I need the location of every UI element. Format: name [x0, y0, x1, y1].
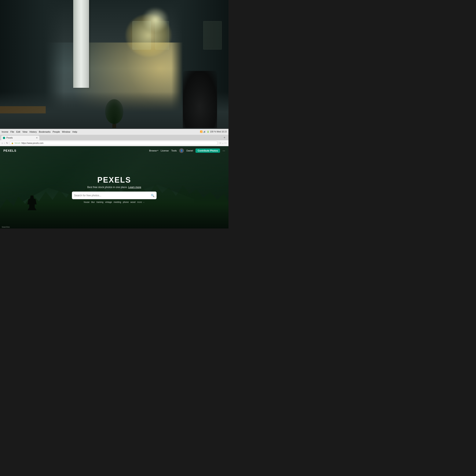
tag-training[interactable]: training: [97, 201, 103, 203]
menu-file[interactable]: File: [10, 131, 14, 133]
contribute-photos-button[interactable]: Contribute Photos: [195, 149, 220, 153]
pexels-logo: PEXELS: [3, 149, 16, 152]
lock-icon: 🔒: [11, 142, 14, 144]
screen: hrome File Edit View History Bookmarks P…: [0, 129, 228, 228]
nav-more-button[interactable]: ···: [222, 149, 225, 152]
chrome-system-icons: 📶 🔊 🔋 100 % Wed 16:15: [200, 131, 227, 133]
chrome-menu: hrome File Edit View History Bookmarks P…: [2, 131, 77, 133]
extensions-icon[interactable]: ⬩: [222, 142, 224, 144]
address-bar-actions: ☆ ⬩ ⋯: [219, 141, 227, 144]
menu-edit[interactable]: Edit: [16, 131, 20, 133]
menu-view[interactable]: View: [22, 131, 28, 133]
menu-bookmarks[interactable]: Bookmarks: [39, 131, 51, 133]
tools-link[interactable]: Tools: [171, 149, 177, 152]
menu-history[interactable]: History: [30, 131, 37, 133]
active-tab[interactable]: Pexels ✕: [1, 136, 39, 140]
clock-display: 100 % Wed 16:15: [210, 131, 227, 133]
hero-content: PEXELS Best free stock photos in one pla…: [23, 176, 206, 203]
battery-icon: 🔋: [207, 131, 209, 133]
search-bar[interactable]: 🔍: [72, 192, 156, 199]
tab-favicon: [3, 137, 5, 139]
tag-meeting[interactable]: meeting: [114, 201, 121, 203]
tag-vintage[interactable]: vintage: [105, 201, 112, 203]
browse-label: Browse: [149, 149, 157, 152]
browse-menu[interactable]: Browse ▾: [149, 149, 158, 152]
url-field[interactable]: 🔒 Secure https://www.pexels.com: [9, 141, 218, 145]
refresh-button[interactable]: ↻: [6, 142, 8, 144]
tag-blur[interactable]: blur: [91, 201, 95, 203]
secure-label: Secure: [14, 142, 20, 144]
new-tab-button[interactable]: ＋: [222, 136, 227, 139]
search-button[interactable]: 🔍: [151, 194, 154, 197]
back-button[interactable]: ‹: [2, 141, 3, 145]
menu-window[interactable]: Window: [62, 131, 70, 133]
tab-bar: Pexels ✕ ＋: [0, 135, 228, 140]
search-input[interactable]: [74, 194, 149, 197]
pexels-subtitle: Best free stock photos in one place. Lea…: [23, 186, 206, 189]
url-text: https://www.pexels.com: [21, 142, 43, 144]
pexels-title: PEXELS: [23, 176, 206, 185]
address-bar: ‹ › ↻ 🔒 Secure https://www.pexels.com ☆ …: [0, 140, 228, 146]
tab-title: Pexels: [6, 137, 13, 139]
pexels-navbar: PEXELS Browse ▾ License Tools 👤 Daniel C…: [0, 146, 228, 155]
menu-chrome[interactable]: hrome: [2, 131, 8, 133]
menu-help[interactable]: Help: [72, 131, 77, 133]
tag-wood[interactable]: wood: [130, 201, 136, 203]
more-options-icon[interactable]: ⋯: [224, 141, 227, 144]
tag-house[interactable]: house: [84, 201, 89, 203]
forward-button[interactable]: ›: [4, 141, 5, 145]
bookmark-icon[interactable]: ☆: [219, 141, 221, 144]
user-name[interactable]: Daniel: [186, 149, 193, 152]
wifi-icon: 📶: [200, 131, 203, 133]
pexels-website: PEXELS Browse ▾ License Tools 👤 Daniel C…: [0, 146, 228, 228]
tab-close-button[interactable]: ✕: [36, 137, 38, 139]
menu-people[interactable]: People: [53, 131, 60, 133]
volume-icon: 🔊: [203, 131, 206, 133]
tags-more-link[interactable]: more →: [137, 201, 145, 203]
user-avatar[interactable]: 👤: [179, 148, 184, 153]
search-tags: house blur training vintage meeting phon…: [23, 201, 206, 203]
license-link[interactable]: License: [161, 149, 169, 152]
chrome-menubar: hrome File Edit View History Bookmarks P…: [0, 129, 228, 135]
learn-more-link[interactable]: Learn more: [128, 186, 141, 189]
browse-chevron-icon: ▾: [157, 150, 158, 152]
bottom-searches-label: Searches: [2, 226, 10, 228]
tag-phone[interactable]: phone: [123, 201, 129, 203]
